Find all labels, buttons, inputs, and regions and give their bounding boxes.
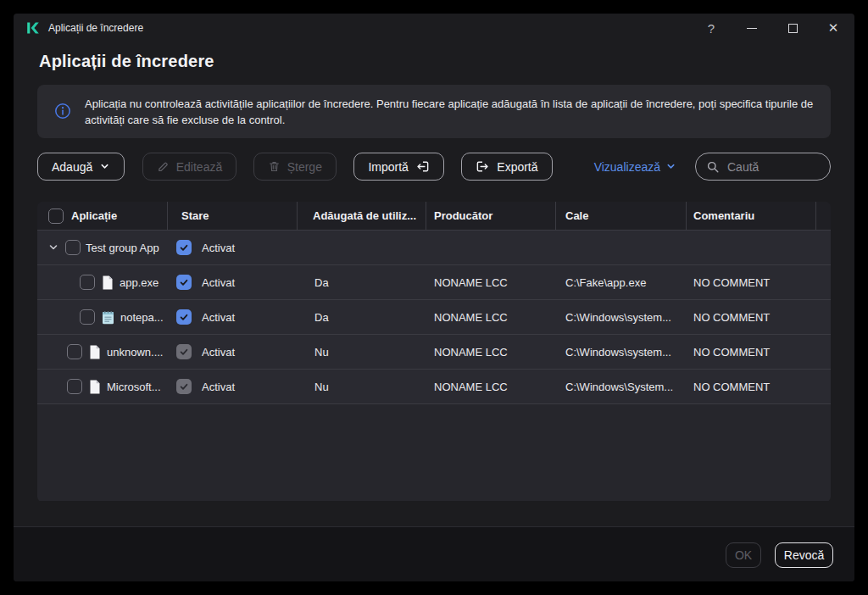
status-checkbox	[176, 344, 192, 359]
collapse-chevron-icon[interactable]	[47, 242, 59, 253]
check-icon	[179, 312, 189, 322]
titlebar: Aplicații de încredere ? ✕	[14, 14, 854, 42]
pencil-icon	[157, 160, 170, 173]
vendor-value: NONAME LCC	[426, 300, 556, 334]
check-icon	[179, 347, 189, 357]
select-all-checkbox[interactable]	[48, 209, 64, 224]
applications-table: Aplicație Stare Adăugată de utiliz... Pr…	[37, 202, 831, 502]
table-group-row[interactable]: Test group App Activat	[37, 231, 831, 265]
path-value: C:\Windows\system...	[556, 335, 687, 369]
row-checkbox[interactable]	[80, 309, 95, 325]
status-label: Activat	[202, 346, 235, 359]
application-name: app.exe	[120, 276, 159, 289]
minimize-icon	[747, 28, 757, 29]
path-value: C:\Fake\app.exe	[556, 265, 687, 299]
vendor-value: NONAME LCC	[426, 265, 556, 299]
chevron-down-icon	[665, 161, 676, 172]
info-banner: Aplicația nu controlează activitățile ap…	[37, 85, 831, 138]
table-row[interactable]: app.exe Activat Da NONAME LCC C:\Fake\ap…	[37, 265, 831, 300]
kaspersky-logo-icon	[25, 20, 41, 36]
status-label: Activat	[202, 242, 235, 254]
comment-value: NO COMMENT	[687, 370, 816, 403]
maximize-button[interactable]	[782, 18, 803, 38]
window-title: Aplicații de încredere	[48, 22, 143, 34]
trusted-applications-window: Aplicații de încredere ? ✕ Aplicații de …	[14, 14, 854, 581]
application-name: notepa...	[120, 311, 164, 324]
group-name: Test group App	[86, 242, 159, 254]
cancel-button[interactable]: Revocă	[775, 542, 833, 568]
comment-value: NO COMMENT	[687, 335, 816, 369]
comment-value: NO COMMENT	[687, 300, 816, 334]
table-header: Aplicație Stare Adăugată de utiliz... Pr…	[37, 202, 831, 231]
column-header-path: Cale	[556, 202, 687, 230]
import-icon	[415, 159, 430, 174]
import-button[interactable]: Importă	[353, 153, 443, 181]
column-header-extra	[816, 202, 831, 230]
status-label: Activat	[202, 276, 235, 289]
maximize-icon	[788, 24, 798, 33]
table-row[interactable]: notepa... Activat Da NONAME LCC C:\Windo…	[37, 300, 831, 335]
page-title: Aplicații de încredere	[39, 52, 214, 71]
vendor-value: NONAME LCC	[426, 370, 556, 403]
chevron-down-icon	[99, 161, 110, 172]
minimize-button[interactable]	[742, 18, 762, 38]
ok-button[interactable]: OK	[726, 542, 761, 568]
added-by-user-value: Da	[298, 300, 426, 334]
table-row[interactable]: Microsoft... Activat Nu NONAME LCC C:\Wi…	[37, 370, 831, 404]
column-header-status: Stare	[168, 202, 298, 230]
path-value: C:\Windows\system...	[556, 300, 687, 334]
search-icon	[706, 160, 720, 174]
vendor-value: NONAME LCC	[426, 335, 556, 369]
added-by-user-value: Da	[298, 265, 426, 299]
column-header-application: Aplicație	[71, 209, 117, 222]
footer: OK Revocă	[14, 526, 854, 581]
search-input[interactable]	[727, 160, 820, 174]
export-button[interactable]: Exportă	[461, 153, 552, 181]
status-label: Activat	[202, 311, 235, 324]
trash-icon	[268, 160, 281, 173]
table-empty-area	[37, 404, 831, 501]
file-icon	[89, 380, 101, 394]
add-button[interactable]: Adaugă	[37, 153, 125, 181]
column-header-comment: Comentariu	[687, 202, 816, 230]
status-label: Activat	[202, 381, 235, 393]
info-icon	[54, 103, 71, 120]
comment-value: NO COMMENT	[687, 265, 816, 299]
status-checkbox[interactable]	[176, 309, 192, 325]
info-banner-text: Aplicația nu controlează activitățile ap…	[85, 96, 831, 128]
check-icon	[179, 277, 189, 287]
close-button[interactable]: ✕	[823, 18, 843, 38]
check-icon	[179, 381, 189, 392]
file-icon	[102, 275, 114, 290]
added-by-user-value: Nu	[298, 335, 426, 369]
table-row[interactable]: unknown.... Activat Nu NONAME LCC C:\Win…	[37, 335, 831, 370]
application-name: Microsoft...	[107, 381, 161, 393]
edit-button[interactable]: Editează	[142, 153, 236, 181]
file-icon	[89, 345, 101, 359]
row-checkbox[interactable]	[65, 240, 81, 255]
status-checkbox[interactable]	[176, 240, 192, 255]
added-by-user-value: Nu	[298, 370, 426, 403]
help-button[interactable]: ?	[701, 18, 721, 38]
status-checkbox	[176, 379, 192, 394]
row-checkbox[interactable]	[80, 275, 95, 290]
application-name: unknown....	[107, 346, 164, 359]
row-checkbox[interactable]	[67, 344, 82, 359]
export-icon	[476, 159, 490, 174]
column-header-added-by-user: Adăugată de utiliz...	[298, 202, 426, 230]
notepad-icon	[102, 310, 114, 325]
search-box	[695, 153, 831, 181]
column-header-vendor: Producător	[426, 202, 556, 230]
view-dropdown[interactable]: Vizualizează	[594, 160, 676, 174]
toolbar: Adaugă Editează Șterge Importă Exportă V…	[37, 153, 831, 181]
delete-button[interactable]: Șterge	[253, 153, 337, 181]
path-value: C:\Windows\System...	[556, 370, 687, 403]
status-checkbox[interactable]	[176, 275, 192, 290]
check-icon	[179, 242, 189, 253]
row-checkbox[interactable]	[67, 379, 82, 394]
